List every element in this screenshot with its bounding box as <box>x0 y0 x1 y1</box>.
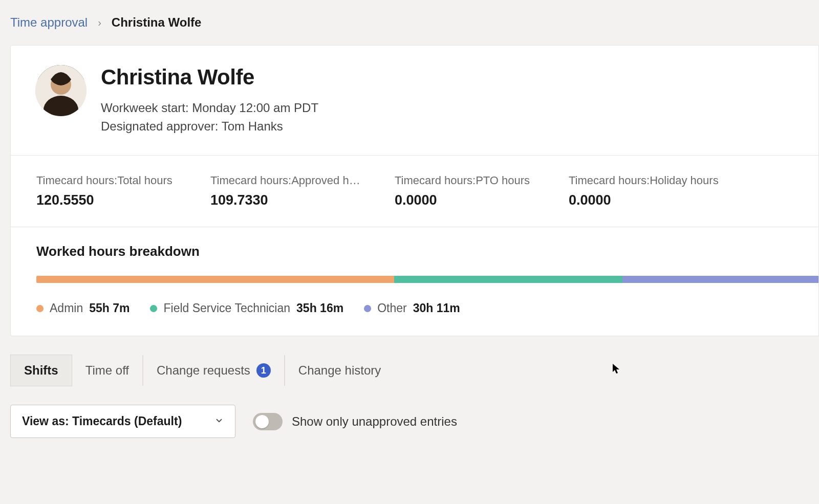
workweek-start: Workweek start: Monday 12:00 am PDT <box>101 99 318 117</box>
chevron-right-icon: › <box>98 17 101 29</box>
legend-name: Other <box>377 301 407 315</box>
stat-pto-hours: Timecard hours:PTO hours 0.0000 <box>395 174 538 208</box>
tab-change-requests[interactable]: Change requests 1 <box>143 355 285 386</box>
employee-name: Christina Wolfe <box>101 65 318 90</box>
view-as-select[interactable]: View as: Timecards (Default) <box>10 405 235 438</box>
stat-value: 109.7330 <box>210 192 364 208</box>
breakdown-legend: Admin 55h 7m Field Service Technician 35… <box>36 301 818 315</box>
controls-row: View as: Timecards (Default) Show only u… <box>10 405 819 438</box>
tab-label: Time off <box>85 363 129 378</box>
breakdown-title: Worked hours breakdown <box>36 244 818 259</box>
select-label: View as: Timecards (Default) <box>22 414 182 428</box>
tab-label: Change history <box>298 363 381 378</box>
stat-label: Timecard hours:PTO hours <box>395 174 538 187</box>
stats-row: Timecard hours:Total hours 120.5550 Time… <box>11 155 818 227</box>
legend-name: Field Service Technician <box>163 301 290 315</box>
tab-change-history[interactable]: Change history <box>285 355 394 386</box>
breadcrumb-current: Christina Wolfe <box>112 15 202 30</box>
tab-label: Change requests <box>157 363 250 378</box>
tabs: Shifts Time off Change requests 1 Change… <box>10 355 819 386</box>
employee-card: Christina Wolfe Workweek start: Monday 1… <box>10 45 819 336</box>
unapproved-toggle[interactable] <box>253 413 283 430</box>
tab-label: Shifts <box>24 363 58 378</box>
legend-value: 30h 11m <box>413 301 460 315</box>
breakdown-bar <box>36 276 818 283</box>
chevron-down-icon <box>214 414 224 428</box>
stat-label: Timecard hours:Total hours <box>36 174 180 187</box>
stat-label: Timecard hours:Approved ho… <box>210 174 364 187</box>
stat-label: Timecard hours:Holiday hours <box>569 174 719 187</box>
profile-header: Christina Wolfe Workweek start: Monday 1… <box>11 46 818 155</box>
bar-segment-field-service <box>394 276 623 283</box>
tab-shifts[interactable]: Shifts <box>10 355 72 386</box>
tab-time-off[interactable]: Time off <box>72 355 143 386</box>
stat-holiday-hours: Timecard hours:Holiday hours 0.0000 <box>569 174 719 208</box>
stat-approved-hours: Timecard hours:Approved ho… 109.7330 <box>210 174 364 208</box>
breadcrumb: Time approval › Christina Wolfe <box>0 0 819 45</box>
tab-badge: 1 <box>256 363 271 378</box>
avatar <box>35 65 87 116</box>
legend-dot-icon <box>150 305 157 312</box>
legend-value: 35h 16m <box>296 301 343 315</box>
legend-item-admin: Admin 55h 7m <box>36 301 130 315</box>
worked-hours-breakdown: Worked hours breakdown Admin 55h 7m Fiel… <box>11 227 818 336</box>
legend-value: 55h 7m <box>89 301 130 315</box>
legend-item-other: Other 30h 11m <box>364 301 460 315</box>
legend-dot-icon <box>364 305 371 312</box>
designated-approver: Designated approver: Tom Hanks <box>101 117 318 136</box>
stat-value: 120.5550 <box>36 192 180 208</box>
legend-dot-icon <box>36 305 44 312</box>
breadcrumb-root-link[interactable]: Time approval <box>10 15 88 30</box>
unapproved-toggle-group: Show only unapproved entries <box>253 413 457 430</box>
stat-value: 0.0000 <box>395 192 538 208</box>
bar-segment-admin <box>36 276 394 283</box>
profile-info: Christina Wolfe Workweek start: Monday 1… <box>101 65 318 136</box>
legend-name: Admin <box>50 301 83 315</box>
bar-segment-other <box>622 276 818 283</box>
legend-item-field-service: Field Service Technician 35h 16m <box>150 301 343 315</box>
stat-value: 0.0000 <box>569 192 719 208</box>
stat-total-hours: Timecard hours:Total hours 120.5550 <box>36 174 180 208</box>
toggle-knob <box>255 415 269 428</box>
toggle-label: Show only unapproved entries <box>292 414 457 429</box>
